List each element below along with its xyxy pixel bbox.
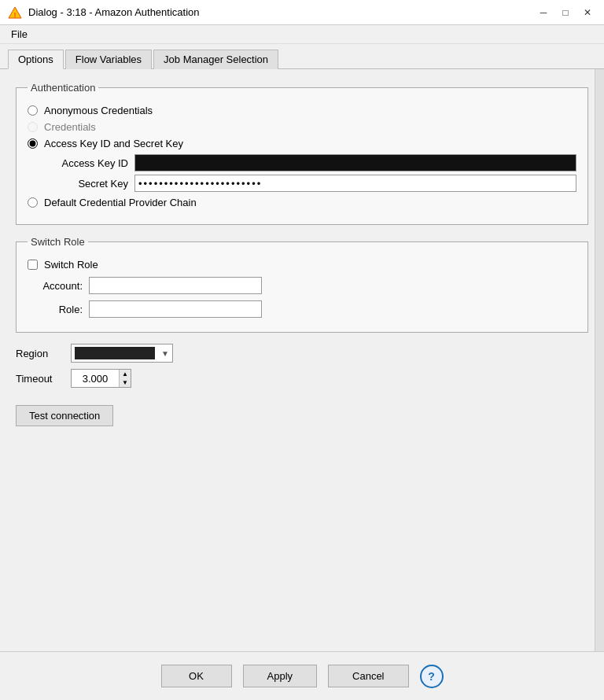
tab-options[interactable]: Options bbox=[8, 50, 64, 69]
radio-credentials-label: Credentials bbox=[44, 121, 96, 133]
account-label: Account: bbox=[28, 280, 83, 292]
region-label: Region bbox=[16, 348, 63, 359]
role-label: Role: bbox=[28, 304, 83, 315]
account-input[interactable] bbox=[89, 277, 262, 294]
tab-bar: Options Flow Variables Job Manager Selec… bbox=[0, 44, 604, 69]
radio-access-key[interactable]: Access Key ID and Secret Key bbox=[28, 138, 576, 149]
spinner-down-button[interactable]: ▼ bbox=[120, 378, 131, 387]
switch-role-checkbox-row[interactable]: Switch Role bbox=[28, 259, 576, 271]
radio-default-chain[interactable]: Default Credential Provider Chain bbox=[28, 197, 576, 208]
tab-flow-variables[interactable]: Flow Variables bbox=[65, 50, 152, 69]
test-connection-button[interactable]: Test connection bbox=[16, 405, 113, 426]
chevron-down-icon: ▼ bbox=[161, 349, 169, 358]
minimize-button[interactable]: ─ bbox=[535, 4, 552, 21]
close-button[interactable]: ✕ bbox=[579, 4, 596, 21]
radio-default-chain-input[interactable] bbox=[28, 197, 38, 208]
authentication-group: Authentication Anonymous Credentials Cre… bbox=[16, 82, 588, 225]
scrollbar[interactable] bbox=[595, 69, 604, 651]
dialog-body: Options Flow Variables Job Manager Selec… bbox=[0, 44, 604, 700]
secret-key-label: Secret Key bbox=[50, 178, 128, 190]
region-row: Region ▼ bbox=[16, 344, 588, 363]
switch-role-legend: Switch Role bbox=[28, 236, 88, 248]
radio-credentials: Credentials bbox=[28, 121, 576, 133]
role-row: Role: bbox=[28, 300, 576, 318]
menu-bar: File bbox=[0, 25, 604, 44]
title-bar: ! Dialog - 3:18 - Amazon Authentication … bbox=[0, 0, 604, 25]
radio-anonymous-label: Anonymous Credentials bbox=[44, 105, 153, 116]
help-button[interactable]: ? bbox=[420, 665, 444, 688]
region-dropdown[interactable]: ▼ bbox=[71, 344, 173, 363]
options-panel: Authentication Anonymous Credentials Cre… bbox=[0, 69, 604, 651]
switch-role-label: Switch Role bbox=[44, 259, 98, 271]
maximize-button[interactable]: □ bbox=[557, 4, 574, 21]
switch-role-group: Switch Role Switch Role Account: Role: bbox=[16, 236, 588, 333]
spinner-up-button[interactable]: ▲ bbox=[120, 370, 131, 378]
radio-access-key-label: Access Key ID and Secret Key bbox=[44, 138, 183, 149]
access-key-id-row: Access Key ID bbox=[50, 154, 576, 171]
authentication-legend: Authentication bbox=[28, 82, 98, 94]
radio-credentials-input bbox=[28, 122, 38, 132]
role-input[interactable] bbox=[89, 300, 262, 318]
ok-button[interactable]: OK bbox=[161, 665, 232, 687]
window-title: Dialog - 3:18 - Amazon Authentication bbox=[28, 6, 535, 18]
cancel-button[interactable]: Cancel bbox=[328, 665, 408, 687]
switch-role-checkbox[interactable] bbox=[28, 260, 38, 270]
access-key-id-input[interactable] bbox=[134, 154, 576, 171]
timeout-row: Timeout 3.000 ▲ ▼ bbox=[16, 369, 588, 388]
radio-anonymous[interactable]: Anonymous Credentials bbox=[28, 105, 576, 116]
help-icon: ? bbox=[428, 670, 435, 683]
apply-button[interactable]: Apply bbox=[243, 665, 318, 687]
app-icon: ! bbox=[8, 6, 22, 20]
footer: OK Apply Cancel ? bbox=[0, 651, 604, 700]
timeout-label: Timeout bbox=[16, 373, 63, 385]
secret-key-input[interactable] bbox=[134, 175, 576, 192]
menu-file[interactable]: File bbox=[5, 27, 34, 42]
svg-text:!: ! bbox=[14, 10, 17, 18]
radio-access-key-input[interactable] bbox=[28, 138, 38, 149]
region-value bbox=[75, 347, 155, 359]
radio-default-chain-label: Default Credential Provider Chain bbox=[44, 197, 197, 208]
radio-anonymous-input[interactable] bbox=[28, 105, 38, 116]
timeout-spinner-wrap: 3.000 ▲ ▼ bbox=[71, 369, 131, 388]
timeout-spinner: ▲ ▼ bbox=[119, 370, 131, 387]
account-row: Account: bbox=[28, 277, 576, 294]
tab-job-manager[interactable]: Job Manager Selection bbox=[153, 50, 278, 69]
window-controls: ─ □ ✕ bbox=[535, 4, 596, 21]
access-key-id-label: Access Key ID bbox=[50, 157, 128, 169]
timeout-input[interactable]: 3.000 bbox=[72, 370, 119, 387]
secret-key-row: Secret Key bbox=[50, 175, 576, 192]
